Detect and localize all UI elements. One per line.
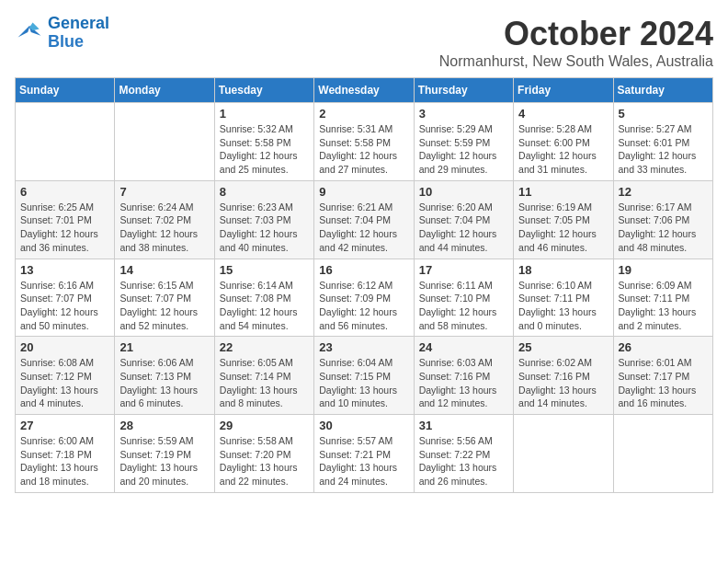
- day-number: 20: [20, 340, 109, 354]
- logo: General Blue: [15, 15, 109, 52]
- calendar-table: SundayMondayTuesdayWednesdayThursdayFrid…: [15, 77, 713, 493]
- calendar-cell: [514, 415, 613, 493]
- day-number: 30: [319, 419, 408, 432]
- day-info: Sunrise: 5:32 AM Sunset: 5:58 PM Dayligh…: [220, 122, 309, 177]
- day-number: 27: [20, 419, 109, 432]
- day-info: Sunrise: 6:10 AM Sunset: 7:11 PM Dayligh…: [518, 279, 608, 333]
- calendar-cell: 22Sunrise: 6:05 AM Sunset: 7:14 PM Dayli…: [214, 337, 313, 415]
- calendar-week-row: 13Sunrise: 6:16 AM Sunset: 7:07 PM Dayli…: [16, 259, 713, 337]
- day-info: Sunrise: 6:06 AM Sunset: 7:13 PM Dayligh…: [119, 356, 209, 410]
- day-info: Sunrise: 6:04 AM Sunset: 7:15 PM Dayligh…: [319, 356, 408, 410]
- day-number: 13: [20, 263, 109, 277]
- calendar-cell: [16, 103, 115, 181]
- day-number: 26: [619, 340, 708, 354]
- calendar-cell: 24Sunrise: 6:03 AM Sunset: 7:16 PM Dayli…: [414, 337, 513, 415]
- calendar-cell: 11Sunrise: 6:19 AM Sunset: 7:05 PM Dayli…: [514, 180, 613, 259]
- weekday-header: Sunday: [16, 78, 115, 103]
- day-info: Sunrise: 6:14 AM Sunset: 7:08 PM Dayligh…: [220, 279, 309, 333]
- calendar-cell: 20Sunrise: 6:08 AM Sunset: 7:12 PM Dayli…: [16, 337, 115, 415]
- calendar-cell: 26Sunrise: 6:01 AM Sunset: 7:17 PM Dayli…: [613, 337, 712, 415]
- day-info: Sunrise: 6:20 AM Sunset: 7:04 PM Dayligh…: [419, 201, 508, 255]
- day-info: Sunrise: 6:25 AM Sunset: 7:01 PM Dayligh…: [20, 201, 109, 255]
- day-number: 14: [119, 263, 209, 277]
- day-number: 7: [119, 185, 209, 199]
- calendar-cell: 15Sunrise: 6:14 AM Sunset: 7:08 PM Dayli…: [214, 259, 313, 337]
- calendar-cell: 27Sunrise: 6:00 AM Sunset: 7:18 PM Dayli…: [16, 415, 115, 493]
- calendar-cell: 29Sunrise: 5:58 AM Sunset: 7:20 PM Dayli…: [214, 415, 313, 493]
- logo-icon: [15, 20, 44, 46]
- day-number: 28: [119, 419, 209, 432]
- calendar-week-row: 1Sunrise: 5:32 AM Sunset: 5:58 PM Daylig…: [16, 103, 713, 181]
- day-number: 2: [319, 107, 408, 121]
- day-number: 18: [518, 263, 608, 277]
- calendar-cell: 30Sunrise: 5:57 AM Sunset: 7:21 PM Dayli…: [314, 415, 414, 493]
- calendar-cell: 16Sunrise: 6:12 AM Sunset: 7:09 PM Dayli…: [314, 259, 414, 337]
- calendar-cell: 10Sunrise: 6:20 AM Sunset: 7:04 PM Dayli…: [414, 180, 513, 259]
- day-number: 5: [619, 107, 708, 121]
- calendar-cell: [613, 415, 712, 493]
- day-info: Sunrise: 5:31 AM Sunset: 5:58 PM Dayligh…: [319, 122, 408, 177]
- month-title: October 2024: [439, 15, 713, 53]
- weekday-header: Monday: [115, 78, 214, 103]
- calendar-cell: 25Sunrise: 6:02 AM Sunset: 7:16 PM Dayli…: [514, 337, 613, 415]
- day-info: Sunrise: 6:24 AM Sunset: 7:02 PM Dayligh…: [119, 201, 209, 255]
- day-number: 31: [419, 419, 508, 432]
- day-number: 21: [119, 340, 209, 354]
- day-info: Sunrise: 6:05 AM Sunset: 7:14 PM Dayligh…: [220, 356, 309, 410]
- day-info: Sunrise: 6:12 AM Sunset: 7:09 PM Dayligh…: [319, 279, 408, 333]
- day-number: 15: [220, 263, 309, 277]
- day-number: 1: [220, 107, 309, 121]
- day-number: 10: [419, 185, 508, 199]
- day-info: Sunrise: 6:08 AM Sunset: 7:12 PM Dayligh…: [20, 356, 109, 410]
- calendar-cell: 6Sunrise: 6:25 AM Sunset: 7:01 PM Daylig…: [16, 180, 115, 259]
- day-number: 6: [20, 185, 109, 199]
- day-info: Sunrise: 6:02 AM Sunset: 7:16 PM Dayligh…: [518, 356, 608, 410]
- calendar-cell: 4Sunrise: 5:28 AM Sunset: 6:00 PM Daylig…: [514, 103, 613, 181]
- weekday-header: Tuesday: [214, 78, 313, 103]
- calendar-cell: 28Sunrise: 5:59 AM Sunset: 7:19 PM Dayli…: [115, 415, 214, 493]
- day-number: 3: [419, 107, 508, 121]
- calendar-week-row: 6Sunrise: 6:25 AM Sunset: 7:01 PM Daylig…: [16, 180, 713, 259]
- day-info: Sunrise: 6:23 AM Sunset: 7:03 PM Dayligh…: [220, 201, 309, 255]
- location-subtitle: Normanhurst, New South Wales, Australia: [439, 53, 713, 70]
- calendar-cell: 21Sunrise: 6:06 AM Sunset: 7:13 PM Dayli…: [115, 337, 214, 415]
- day-info: Sunrise: 6:19 AM Sunset: 7:05 PM Dayligh…: [518, 201, 608, 255]
- day-info: Sunrise: 6:09 AM Sunset: 7:11 PM Dayligh…: [619, 279, 708, 333]
- weekday-header: Thursday: [414, 78, 513, 103]
- calendar-cell: 2Sunrise: 5:31 AM Sunset: 5:58 PM Daylig…: [314, 103, 414, 181]
- day-number: 19: [619, 263, 708, 277]
- calendar-cell: 5Sunrise: 5:27 AM Sunset: 6:01 PM Daylig…: [613, 103, 712, 181]
- calendar-cell: 31Sunrise: 5:56 AM Sunset: 7:22 PM Dayli…: [414, 415, 513, 493]
- calendar-cell: 9Sunrise: 6:21 AM Sunset: 7:04 PM Daylig…: [314, 180, 414, 259]
- day-info: Sunrise: 6:21 AM Sunset: 7:04 PM Dayligh…: [319, 201, 408, 255]
- day-number: 17: [419, 263, 508, 277]
- weekday-header-row: SundayMondayTuesdayWednesdayThursdayFrid…: [16, 78, 713, 103]
- day-info: Sunrise: 5:28 AM Sunset: 6:00 PM Dayligh…: [518, 122, 608, 177]
- day-number: 24: [419, 340, 508, 354]
- calendar-cell: 18Sunrise: 6:10 AM Sunset: 7:11 PM Dayli…: [514, 259, 613, 337]
- day-info: Sunrise: 6:17 AM Sunset: 7:06 PM Dayligh…: [619, 201, 708, 255]
- day-number: 8: [220, 185, 309, 199]
- day-info: Sunrise: 6:00 AM Sunset: 7:18 PM Dayligh…: [20, 434, 109, 488]
- day-info: Sunrise: 5:27 AM Sunset: 6:01 PM Dayligh…: [619, 122, 708, 177]
- day-number: 25: [518, 340, 608, 354]
- day-number: 29: [220, 419, 309, 432]
- calendar-cell: 7Sunrise: 6:24 AM Sunset: 7:02 PM Daylig…: [115, 180, 214, 259]
- calendar-cell: 3Sunrise: 5:29 AM Sunset: 5:59 PM Daylig…: [414, 103, 513, 181]
- page-header: General Blue October 2024 Normanhurst, N…: [15, 15, 713, 70]
- calendar-week-row: 20Sunrise: 6:08 AM Sunset: 7:12 PM Dayli…: [16, 337, 713, 415]
- title-block: October 2024 Normanhurst, New South Wale…: [439, 15, 713, 70]
- day-number: 23: [319, 340, 408, 354]
- day-info: Sunrise: 5:57 AM Sunset: 7:21 PM Dayligh…: [319, 434, 408, 488]
- calendar-cell: 23Sunrise: 6:04 AM Sunset: 7:15 PM Dayli…: [314, 337, 414, 415]
- day-number: 22: [220, 340, 309, 354]
- calendar-week-row: 27Sunrise: 6:00 AM Sunset: 7:18 PM Dayli…: [16, 415, 713, 493]
- calendar-cell: 14Sunrise: 6:15 AM Sunset: 7:07 PM Dayli…: [115, 259, 214, 337]
- day-number: 16: [319, 263, 408, 277]
- weekday-header: Saturday: [613, 78, 712, 103]
- calendar-cell: 12Sunrise: 6:17 AM Sunset: 7:06 PM Dayli…: [613, 180, 712, 259]
- weekday-header: Wednesday: [314, 78, 414, 103]
- calendar-cell: 17Sunrise: 6:11 AM Sunset: 7:10 PM Dayli…: [414, 259, 513, 337]
- day-info: Sunrise: 6:11 AM Sunset: 7:10 PM Dayligh…: [419, 279, 508, 333]
- day-info: Sunrise: 6:15 AM Sunset: 7:07 PM Dayligh…: [119, 279, 209, 333]
